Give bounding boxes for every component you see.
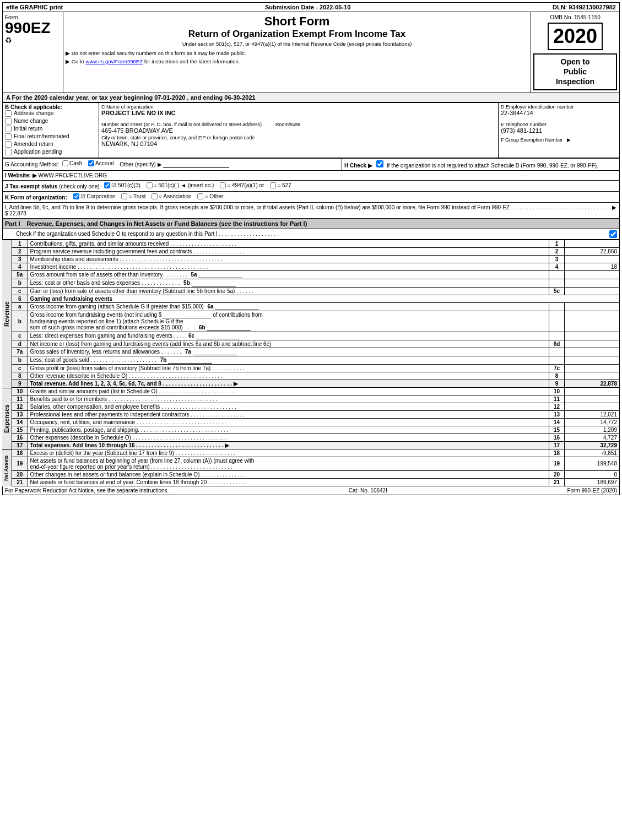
name-change-checkbox[interactable] xyxy=(5,118,12,124)
line-7b-sublabel: 7b xyxy=(160,357,167,363)
row-1: 1 Contributions, gifts, grants, and simi… xyxy=(12,240,620,247)
row-13: 13 Professional fees and other payments … xyxy=(12,410,620,418)
line-7a-sublabel: 7a xyxy=(185,349,191,355)
line-5b-desc: Less: cost or other basis and sales expe… xyxy=(28,279,549,287)
row-8: 8 Other revenue (describe in Schedule O)… xyxy=(12,372,620,380)
row-7c: c Gross profit or (loss) from sales of i… xyxy=(12,364,620,372)
line-14-desc: Occupancy, rent, utilities, and maintena… xyxy=(28,418,549,426)
trust-checkbox[interactable] xyxy=(121,193,127,199)
final-return-checkbox[interactable] xyxy=(5,133,12,140)
line-6-desc: Gaming and fundraising events xyxy=(28,295,620,302)
trust-option: ○ Trust xyxy=(121,193,145,199)
line-8-desc: Other revenue (describe in Schedule O) .… xyxy=(28,372,549,380)
net-assets-section: Net Assets 18 Excess or (deficit) for th… xyxy=(2,449,620,486)
initial-return-checkbox[interactable] xyxy=(5,126,12,132)
line-21-num: 21 xyxy=(12,478,28,486)
application-pending-item: Application pending xyxy=(5,149,96,155)
h-checkbox[interactable] xyxy=(376,160,383,167)
line-6c-num: c xyxy=(12,332,28,340)
do-not-enter-text: ▶ Do not enter social security numbers o… xyxy=(66,50,528,56)
line-5b-sublabel: 5b xyxy=(183,280,190,286)
line-11-desc: Benefits paid to or for members . . . . … xyxy=(28,395,549,403)
row-15: 15 Printing, publications, postage, and … xyxy=(12,426,620,433)
footer-form-ref: Form 990-EZ (2020) xyxy=(567,487,617,494)
telephone-value: (973) 481-1211 xyxy=(501,127,617,134)
application-pending-checkbox[interactable] xyxy=(5,149,12,155)
h-check-text: H Check ▶ xyxy=(344,162,372,169)
line-17-desc: Total expenses. Add lines 10 through 16 … xyxy=(28,441,549,449)
line-19-label: 19 xyxy=(549,457,565,470)
line-6a-sublabel: 6a xyxy=(207,304,213,310)
cash-option: Cash xyxy=(62,160,82,166)
net-assets-table: 18 Excess or (deficit) for the year (Sub… xyxy=(12,449,620,486)
row-6: 6 Gaming and fundraising events xyxy=(12,295,620,302)
h-rest-text: if the organization is not required to a… xyxy=(387,162,598,169)
501c-checkbox[interactable] xyxy=(147,182,153,188)
schedule-o-text: Check if the organization used Schedule … xyxy=(16,231,279,237)
line-6d-desc: Net income or (loss) from gaming and fun… xyxy=(28,340,549,348)
association-checkbox[interactable] xyxy=(152,193,158,199)
line-11-label: 11 xyxy=(549,395,565,403)
row-6d: d Net income or (loss) from gaming and f… xyxy=(12,340,620,348)
line-6d-value xyxy=(565,340,620,348)
address-change-checkbox[interactable] xyxy=(5,110,12,117)
line-4-value: 18 xyxy=(565,263,620,270)
line-16-value: 4,727 xyxy=(565,433,620,441)
efile-left: efile GRAPHIC print xyxy=(6,4,63,10)
line-21-value: 189,697 xyxy=(565,478,620,486)
line-6c-input xyxy=(196,333,240,339)
other-org-checkbox[interactable] xyxy=(197,193,203,199)
line-5a-sublabel: 5a xyxy=(191,272,197,278)
cash-checkbox[interactable] xyxy=(62,160,68,166)
line-7a-right xyxy=(549,348,565,356)
line-18-value: -9,851 xyxy=(565,449,620,457)
other-org-option: ○ Other xyxy=(197,193,223,199)
line-7c-label: 7c xyxy=(549,364,565,372)
city-value: NEWARK, NJ 07104 xyxy=(101,140,496,147)
line-15-desc: Printing, publications, postage, and shi… xyxy=(28,426,549,433)
line-7c-desc: Gross profit or (loss) from sales of inv… xyxy=(28,364,549,372)
line-6a-num: a xyxy=(12,302,28,311)
other-label: Other (specify) ▶ xyxy=(120,161,161,167)
4947-checkbox[interactable] xyxy=(220,182,226,188)
line-7c-num: c xyxy=(12,364,28,372)
line-8-value xyxy=(565,372,620,380)
tax-exempt-section: J Tax-exempt status (check only one) - ☑… xyxy=(2,181,620,192)
line-1-label: 1 xyxy=(549,240,565,247)
short-form-title: Short Form xyxy=(66,14,528,29)
g-accounting-cell: G Accounting Method: Cash Accrual Other … xyxy=(3,158,342,170)
line-7a-num: 7a xyxy=(12,348,28,356)
527-checkbox[interactable] xyxy=(270,182,276,188)
amended-return-checkbox[interactable] xyxy=(5,141,12,148)
application-pending-label: Application pending xyxy=(14,149,62,155)
schedule-o-checkbox[interactable] xyxy=(609,230,617,238)
k-label: K Form of organization: xyxy=(5,194,67,200)
line-14-num: 14 xyxy=(12,418,28,426)
initial-return-label: Initial return xyxy=(14,126,42,132)
501c3-checkbox[interactable] xyxy=(104,182,110,188)
line-6a-desc: Gross income from gaming (attach Schedul… xyxy=(28,302,549,311)
e-telephone-label: E Telephone number xyxy=(501,122,617,127)
corporation-checkbox[interactable] xyxy=(73,193,79,199)
accrual-label: Accrual xyxy=(95,160,113,166)
under-section-text: Under section 501(c), 527, or 4947(a)(1)… xyxy=(66,41,528,47)
line-5a-value xyxy=(565,270,620,279)
f-group-label: F Group Exemption Number ▶ xyxy=(501,137,617,143)
line-9-label: 9 xyxy=(549,380,565,387)
line-18-label: 18 xyxy=(549,449,565,457)
line-6b-desc: Gross income from fundraising events (no… xyxy=(28,311,549,332)
line-4-desc: Investment income . . . . . . . . . . . … xyxy=(28,263,549,270)
line-9-num: 9 xyxy=(12,380,28,387)
d-ein-label: D Employer identification number xyxy=(501,104,617,110)
line-6a-input xyxy=(215,304,259,310)
line-12-value xyxy=(565,403,620,410)
line-6a-right xyxy=(549,302,565,311)
line-6d-label: 6d xyxy=(549,340,565,348)
line-16-num: 16 xyxy=(12,433,28,441)
accrual-checkbox[interactable] xyxy=(88,160,94,166)
line-6b-input xyxy=(207,324,251,331)
line-13-num: 13 xyxy=(12,410,28,418)
row-5b: b Less: cost or other basis and sales ex… xyxy=(12,279,620,287)
line-17-num: 17 xyxy=(12,441,28,449)
line-2-label: 2 xyxy=(549,247,565,255)
